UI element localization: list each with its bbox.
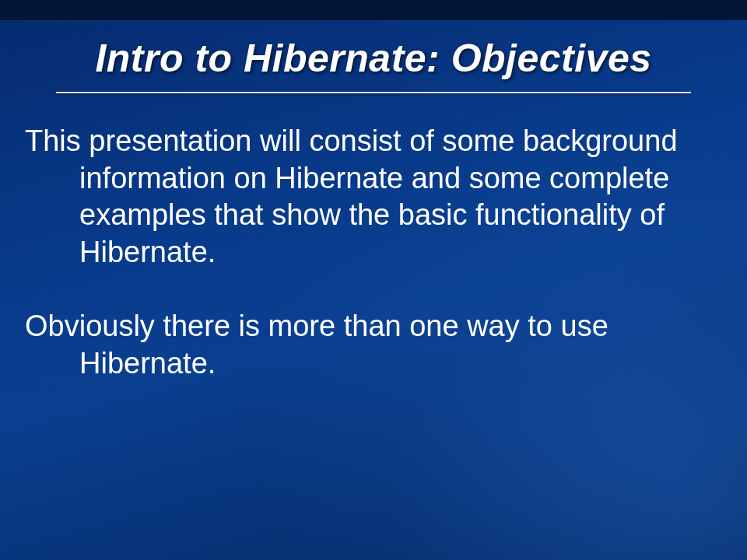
title-underline: [56, 92, 691, 93]
slide-title: Intro to Hibernate: Objectives: [0, 36, 747, 81]
title-bar: [0, 0, 747, 20]
body-paragraph: Obviously there is more than one way to …: [25, 308, 708, 382]
slide-body: This presentation will consist of some b…: [25, 123, 708, 419]
slide: Intro to Hibernate: Objectives This pres…: [0, 0, 747, 560]
body-paragraph: This presentation will consist of some b…: [25, 123, 708, 271]
